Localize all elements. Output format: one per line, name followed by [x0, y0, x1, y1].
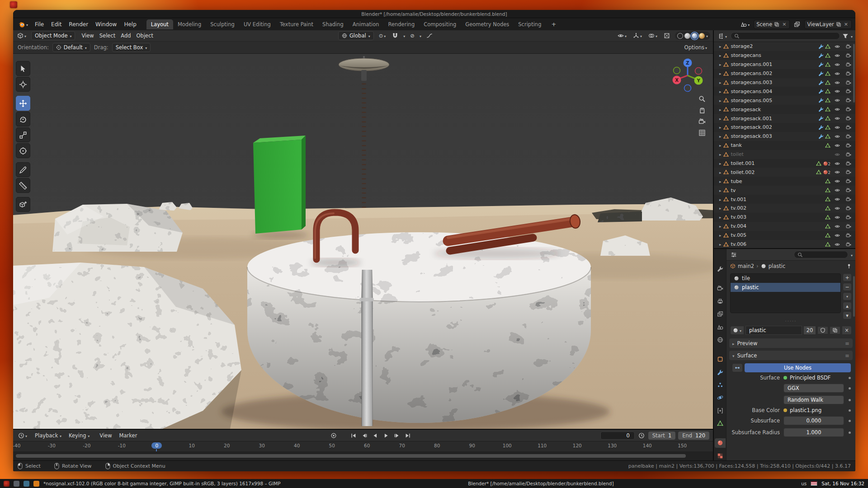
disable-in-render-toggle[interactable] — [844, 188, 853, 193]
orientation-dropdown[interactable]: Global — [338, 31, 374, 40]
disable-in-render-toggle[interactable] — [844, 224, 853, 229]
disable-in-render-toggle[interactable] — [844, 242, 853, 247]
timeline-scrollbar[interactable] — [16, 454, 686, 458]
breadcrumb-object[interactable]: main2 — [738, 263, 754, 269]
shading-solid-button[interactable] — [684, 33, 690, 39]
subsurface-slider[interactable]: 0.000 — [783, 416, 844, 425]
mode-dropdown[interactable]: Object Mode — [31, 31, 75, 40]
hide-in-viewport-toggle[interactable] — [832, 116, 842, 121]
pin-icon[interactable] — [846, 263, 852, 269]
outliner-row[interactable]: toilet.002 2 — [714, 168, 855, 177]
workspace-tab[interactable]: Texture Paint — [275, 19, 318, 29]
hide-in-viewport-toggle[interactable] — [832, 134, 842, 139]
outliner-row[interactable]: toilet.001 2 — [714, 159, 855, 168]
workspace-tab[interactable]: UV Editing — [239, 19, 275, 29]
previous-keyframe-button[interactable] — [360, 432, 368, 439]
timeline-ruler[interactable]: -40-30-20-100102030405060708090100110120… — [13, 441, 713, 451]
camera-view-icon[interactable] — [698, 118, 706, 125]
remove-slot-button[interactable]: − — [843, 283, 852, 291]
viewport-menu-item[interactable]: Object — [134, 32, 156, 40]
list-resize-grip[interactable]: ····· — [726, 319, 855, 325]
workspace-tab[interactable]: Sculpting — [206, 19, 239, 29]
next-keyframe-button[interactable] — [393, 432, 401, 439]
filter-chevron-icon[interactable] — [851, 33, 853, 39]
outliner-row[interactable]: storagesack — [714, 105, 855, 114]
tab-tool[interactable] — [715, 264, 726, 273]
hide-in-viewport-toggle[interactable] — [832, 161, 842, 166]
hide-in-viewport-toggle[interactable] — [832, 233, 842, 238]
outliner-row[interactable]: tv.002 — [714, 204, 855, 213]
hide-in-viewport-toggle[interactable] — [832, 71, 842, 76]
expand-arrow-icon[interactable] — [719, 142, 722, 148]
expand-arrow-icon[interactable] — [719, 107, 722, 113]
properties-editor-type-icon[interactable] — [729, 251, 738, 259]
hide-in-viewport-toggle[interactable] — [832, 98, 842, 103]
window-titlebar[interactable]: Blender* [/home/amalie/Desktop/blender/b… — [13, 10, 855, 18]
disable-in-render-toggle[interactable] — [844, 98, 853, 103]
expand-arrow-icon[interactable] — [719, 70, 722, 76]
object-visibility-dropdown[interactable] — [616, 32, 628, 40]
menu-item[interactable]: File — [31, 20, 47, 29]
hide-in-viewport-toggle[interactable] — [832, 215, 842, 220]
hide-in-viewport-toggle[interactable] — [832, 197, 842, 202]
workspace-tab[interactable]: Scripting — [514, 19, 546, 29]
material-users-count[interactable]: 20 — [803, 326, 816, 335]
add-slot-button[interactable]: + — [843, 273, 852, 282]
subsurface-radius-slider[interactable]: 1.000 — [783, 428, 844, 437]
navigation-gizmo[interactable]: Z X Y — [666, 54, 709, 99]
timeline-menu-item[interactable]: Playback — [31, 431, 65, 440]
expand-arrow-icon[interactable] — [719, 89, 722, 94]
expand-arrow-icon[interactable] — [719, 188, 722, 193]
disable-in-render-toggle[interactable] — [844, 233, 853, 238]
snap-settings-chevron-icon[interactable] — [403, 33, 405, 39]
tab-texture[interactable] — [715, 451, 726, 460]
animate-dot-icon[interactable] — [849, 377, 851, 379]
timeline-scroll-region[interactable] — [13, 451, 713, 460]
disable-in-render-toggle[interactable] — [844, 143, 853, 148]
expand-arrow-icon[interactable] — [719, 178, 722, 184]
disable-in-render-toggle[interactable] — [844, 116, 853, 121]
new-view-layer-icon[interactable] — [836, 22, 841, 27]
expand-arrow-icon[interactable] — [719, 151, 722, 157]
disable-in-render-toggle[interactable] — [844, 161, 853, 166]
move-slot-down-button[interactable]: ▾ — [843, 311, 852, 319]
auto-keying-record-button[interactable] — [330, 432, 338, 439]
tab-output[interactable] — [715, 297, 726, 306]
taskbar-app-icon[interactable] — [33, 481, 39, 487]
expand-arrow-icon[interactable] — [719, 197, 722, 202]
taskbar-menu-icon[interactable] — [4, 481, 9, 487]
proportional-editing-toggle[interactable]: ⊘ — [409, 32, 416, 40]
slot-specials-button[interactable] — [843, 292, 852, 300]
disable-in-render-toggle[interactable] — [844, 53, 853, 58]
gizmos-dropdown[interactable] — [632, 32, 643, 40]
surface-shader-dropdown[interactable]: Principled BSDF — [783, 375, 844, 381]
editor-type-icon[interactable] — [16, 32, 28, 40]
workspace-tab[interactable]: Geometry Nodes — [461, 19, 514, 29]
outliner-row[interactable]: storagecans — [714, 51, 855, 60]
expand-arrow-icon[interactable] — [719, 223, 722, 229]
disable-in-render-toggle[interactable] — [844, 80, 853, 85]
viewport-menu-item[interactable]: Add — [118, 32, 133, 40]
preview-panel-header[interactable]: Preview ≡ — [729, 338, 853, 348]
hide-in-viewport-toggle[interactable] — [832, 53, 842, 58]
hide-in-viewport-toggle[interactable] — [832, 169, 842, 175]
animate-dot-icon[interactable] — [849, 399, 851, 401]
outliner-row[interactable]: tv.003 — [714, 213, 855, 222]
timeline-menu-item[interactable]: Marker — [116, 431, 141, 440]
hide-in-viewport-toggle[interactable] — [832, 188, 842, 193]
surface-panel-header[interactable]: Surface ≡ — [729, 351, 853, 360]
move-slot-up-button[interactable]: ▴ — [843, 302, 852, 310]
viewport-3d[interactable]: Z X Y — [13, 54, 713, 429]
use-nodes-button[interactable]: Use Nodes — [745, 363, 851, 372]
material-slot-row[interactable]: plastic — [731, 283, 840, 292]
shading-material-preview-button[interactable] — [692, 33, 698, 39]
taskbar-app-icon[interactable] — [14, 481, 19, 487]
properties-options-chevron-icon[interactable] — [851, 252, 853, 258]
outliner-row[interactable]: tv.004 — [714, 222, 855, 231]
rotate-tool-button[interactable] — [16, 112, 30, 127]
measure-tool-button[interactable] — [16, 178, 30, 193]
frame-end-field[interactable]: End 120 — [678, 432, 709, 440]
add-workspace-button[interactable]: + — [547, 21, 560, 28]
outliner-row[interactable]: storagecans.005 — [714, 96, 855, 105]
viewport-menu-item[interactable]: Select — [97, 32, 118, 40]
